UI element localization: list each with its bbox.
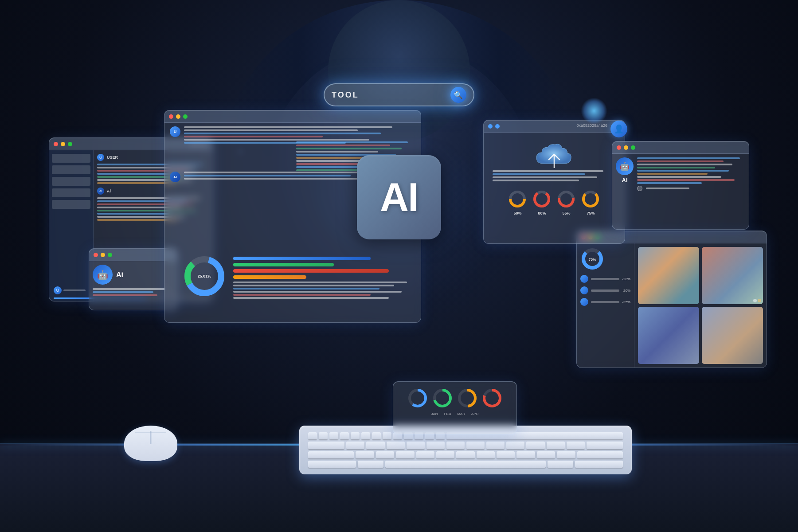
- trai-code-lines: [637, 157, 745, 191]
- thumb-icons: [753, 299, 761, 302]
- br-line-2: [591, 289, 619, 292]
- search-icon[interactable]: 🔍: [450, 87, 466, 103]
- br-donut-75-container: 75%: [580, 247, 630, 271]
- donut-50-label: 50%: [513, 211, 521, 215]
- map-image-4: [702, 307, 763, 364]
- donut-55: 55%: [556, 189, 576, 215]
- user-label: USER: [107, 155, 118, 160]
- bottom-code-lines: [233, 282, 416, 299]
- br-user-row-3: -35%: [580, 298, 630, 306]
- br-pct-2: -20%: [622, 289, 630, 293]
- trai-bottom-indicators: [637, 186, 745, 191]
- donut-50: 50%: [508, 189, 528, 215]
- br-donut-75-svg: 75%: [580, 247, 605, 271]
- bot-icon-circle: 🤖: [93, 265, 113, 285]
- trai-ai-label: Ai: [622, 177, 628, 184]
- dot-green: [183, 114, 188, 119]
- br-avatar-3: [580, 298, 588, 306]
- br-user-row-2: -20%: [580, 286, 630, 294]
- sidebar-item-5: [52, 200, 90, 209]
- left-panel-sidebar: U: [49, 150, 94, 301]
- bottom-right-dashboard-panel: 75% -20% -20% -35%: [576, 231, 767, 368]
- donut-75-top-label: 75%: [587, 211, 595, 215]
- ai-label-text: Ai: [107, 189, 111, 193]
- search-text: TOOL: [332, 90, 450, 100]
- sidebar-user: U: [54, 286, 86, 294]
- donut-percent-text: 25.01%: [198, 274, 211, 278]
- svg-text:75%: 75%: [589, 258, 596, 262]
- bl-dot-yellow: [101, 253, 105, 257]
- br-avatar-2: [580, 286, 588, 294]
- bottom-chart-content: JAN FEB MAR APR: [393, 382, 516, 434]
- cloud-text-lines: [488, 170, 620, 183]
- user-avatar: U: [170, 126, 180, 137]
- bottom-donut-chart-panel: JAN FEB MAR APR: [393, 381, 517, 434]
- month-jan: JAN: [431, 412, 438, 416]
- donut-chart-svg: 25.01%: [182, 254, 227, 298]
- main-panel-titlebar: [164, 110, 421, 123]
- thumbnail-3: [638, 307, 699, 364]
- ai-logo-text: AI: [380, 175, 418, 220]
- left-dot-green: [68, 142, 72, 146]
- thumbnail-4: [702, 307, 763, 364]
- donut-chart-container: 25.01%: [182, 254, 227, 300]
- trai-titlebar: [612, 141, 749, 154]
- trai-dot-yellow: [624, 145, 628, 150]
- br-pct-1: -20%: [622, 277, 630, 281]
- dot-red: [169, 114, 173, 119]
- donut-charts-row: 50% 80% 55% 75%: [484, 185, 625, 220]
- sidebar-item-2: [52, 165, 90, 174]
- ai-logo: AI: [357, 155, 441, 239]
- bar-chart-area: [233, 257, 416, 300]
- thumbnail-1: [638, 247, 699, 304]
- cloud-upload-area: [484, 133, 625, 185]
- bottom-donut-2: [431, 387, 454, 409]
- dot-yellow: [176, 114, 180, 119]
- tr-dot-blue1: [488, 124, 493, 129]
- br-sidebar: 75% -20% -20% -35%: [577, 243, 634, 368]
- sidebar-item-3: [52, 177, 90, 186]
- bottom-donut-1: [407, 387, 429, 409]
- br-user-row-1: -20%: [580, 275, 630, 283]
- br-line-3: [591, 301, 619, 303]
- trai-dot-green: [631, 145, 635, 150]
- trai-content: 🤖 Ai: [612, 154, 749, 195]
- bar-row-4: [233, 275, 416, 279]
- trai-dot-red: [617, 145, 621, 150]
- br-thumbnail-grid: [634, 243, 767, 368]
- br-line-1: [591, 278, 619, 280]
- donut-75-top: 75%: [581, 189, 601, 215]
- bottom-donut-4: [481, 387, 503, 409]
- top-right-cloud-panel: 50% 80% 55% 75%: [483, 120, 625, 244]
- computer-mouse: [124, 426, 177, 461]
- finger-glow: [581, 98, 607, 124]
- tr-dot-blue2: [495, 124, 500, 129]
- left-dot-yellow: [61, 142, 65, 146]
- donut-55-label: 55%: [562, 211, 570, 215]
- bar-row-2: [233, 263, 416, 266]
- br-panel-body: 75% -20% -20% -35%: [577, 243, 767, 368]
- map-image-3: [638, 307, 699, 364]
- bl-dot-red: [94, 253, 98, 257]
- bl-dot-green: [108, 253, 112, 257]
- donut-80: 80%: [532, 189, 552, 215]
- user-avatar-badge: 👤: [610, 121, 627, 137]
- month-feb: FEB: [444, 412, 451, 416]
- thumbnail-2: [702, 247, 763, 304]
- month-mar: MAR: [457, 412, 465, 416]
- trai-bot-section: 🤖 Ai: [616, 157, 634, 191]
- trai-bot-icon: 🤖: [616, 157, 634, 175]
- bar-row-1: [233, 257, 416, 260]
- br-avatar-1: [580, 275, 588, 283]
- month-apr: APR: [471, 412, 478, 416]
- sidebar-item-1: [52, 154, 90, 163]
- search-bar[interactable]: TOOL 🔍: [324, 83, 474, 106]
- top-right-ai-panel: 🤖 Ai: [612, 141, 749, 230]
- map-image-1: [638, 247, 699, 304]
- month-labels: JAN FEB MAR APR: [431, 412, 479, 416]
- ai-panel-label: Ai: [116, 271, 123, 279]
- bottom-donut-row: [407, 387, 503, 409]
- left-dot-red: [54, 142, 58, 146]
- svg-point-7: [535, 192, 549, 206]
- map-image-2: [702, 247, 763, 304]
